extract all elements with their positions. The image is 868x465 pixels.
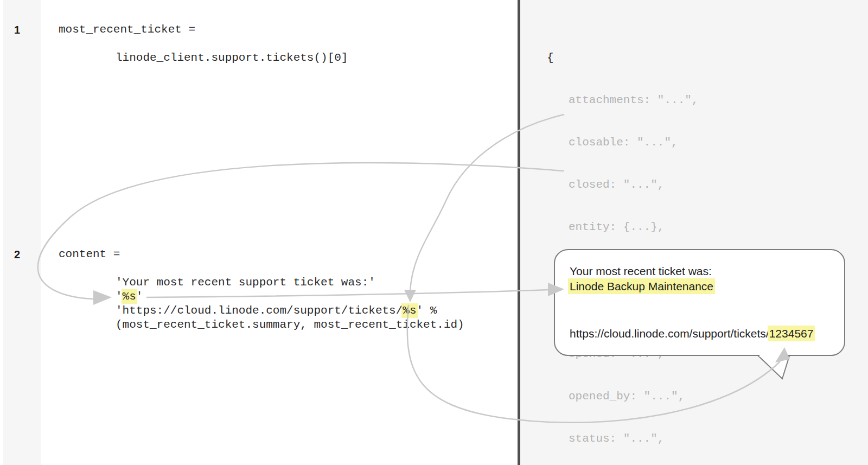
code-text: linode_client.support.tickets()[0]: [116, 52, 348, 64]
json-field-opened-by: opened_by: "...",: [547, 390, 821, 404]
code-annotation-diagram: 1 2 most_recent_ticket = linode_client.s…: [0, 0, 868, 465]
json-field-closable: closable: "...",: [547, 136, 821, 150]
json-open-brace: {: [547, 51, 821, 65]
code-text: 'https://cloud.linode.com/support/ticket…: [116, 304, 403, 317]
code-text: content =: [59, 248, 120, 260]
code-line-2-string1: 'Your most recent support ticket was:': [116, 276, 375, 290]
panel-divider: [518, 0, 520, 465]
summary-output-highlight: Linode Backup Maintenance: [570, 280, 713, 292]
code-text: ': [136, 290, 143, 303]
code-line-2-arguments: (most_recent_ticket.summary, most_recent…: [116, 318, 464, 332]
code-line-1-assignment: most_recent_ticket =: [59, 23, 195, 37]
ticket-id-output-highlight: 1234567: [769, 327, 814, 340]
id-placeholder: %s: [403, 304, 416, 317]
code-line-2-assignment: content =: [59, 247, 120, 262]
code-line-2-string3: 'https://cloud.linode.com/support/ticket…: [116, 304, 437, 318]
summary-placeholder: %s: [123, 290, 136, 303]
bubble-summary-text: Linode Backup Maintenance: [570, 279, 713, 294]
json-field-status: status: "...",: [547, 432, 821, 446]
line-number-1: 1: [14, 23, 36, 37]
bubble-url-text: https://cloud.linode.com/support/tickets…: [570, 326, 813, 341]
json-field-closed: closed: "...",: [547, 178, 821, 192]
code-text: most_recent_ticket =: [59, 23, 195, 36]
code-text: (most_recent_ticket.summary, most_recent…: [116, 319, 464, 331]
line-number-2: 2: [14, 247, 36, 262]
bubble-intro-text: Your most recent ticket was:: [570, 264, 712, 278]
json-field-attachments: attachments: "...",: [547, 93, 821, 107]
json-field-entity: entity: {...},: [547, 220, 821, 234]
code-line-1-value: linode_client.support.tickets()[0]: [116, 51, 348, 65]
code-text: ' %: [417, 304, 437, 317]
code-text: 'Your most recent support ticket was:': [116, 276, 375, 289]
line-number-gutter: 1 2: [3, 0, 41, 465]
code-text: ': [116, 290, 123, 303]
url-prefix: https://cloud.linode.com/support/tickets…: [570, 327, 769, 340]
code-line-2-string2: '%s': [116, 290, 143, 304]
ticket-object-listing: { attachments: "...", closable: "...", c…: [547, 23, 821, 465]
